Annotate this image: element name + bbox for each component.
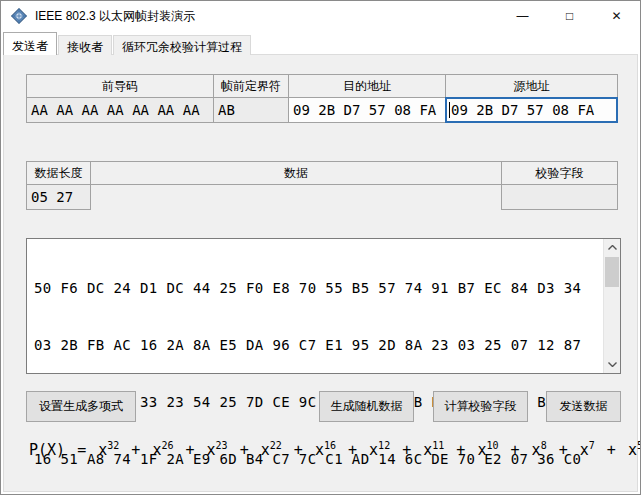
scroll-down-button[interactable] <box>604 356 620 373</box>
source-header: 源地址 <box>445 74 618 98</box>
sfd-header: 帧前定界符 <box>213 74 289 98</box>
frame-table-headers: 前导码 帧前定界符 目的地址 源地址 <box>26 74 618 98</box>
dest-address-field[interactable]: 09 2B D7 57 08 FA <box>288 97 446 123</box>
scroll-up-button[interactable] <box>604 239 620 256</box>
chevron-down-icon <box>608 362 617 367</box>
data-hex-area[interactable]: 50 F6 DC 24 D1 DC 44 25 F0 E8 70 55 B5 5… <box>26 238 621 374</box>
data-column-gap <box>90 184 502 210</box>
maximize-button[interactable]: □ <box>546 1 593 31</box>
tab-crc-process[interactable]: 循环冗余校验计算过程 <box>113 35 251 55</box>
hex-line: 03 2B FB AC 16 2A 8A E5 DA 96 C7 E1 95 2… <box>34 336 600 355</box>
titlebar: IEEE 802.3 以太网帧封装演示 — □ ✕ <box>1 1 640 31</box>
minimize-button[interactable]: — <box>499 1 546 31</box>
checksum-header: 校验字段 <box>501 161 618 185</box>
frame-table-values: AA AA AA AA AA AA AA AB 09 2B D7 57 08 F… <box>26 97 618 123</box>
destination-header: 目的地址 <box>288 74 446 98</box>
checksum-field <box>501 184 618 210</box>
close-button[interactable]: ✕ <box>593 1 640 31</box>
hex-line: 50 F6 DC 24 D1 DC 44 25 F0 E8 70 55 B5 5… <box>34 279 600 298</box>
generate-random-button[interactable]: 生成随机数据 <box>319 391 414 422</box>
data-length-field: 05 27 <box>26 184 91 210</box>
data-table-values: 05 27 <box>26 184 618 210</box>
send-data-button[interactable]: 发送数据 <box>546 391 621 422</box>
vertical-scrollbar[interactable] <box>603 239 620 373</box>
tab-receiver[interactable]: 接收者 <box>58 35 112 55</box>
chevron-up-icon <box>608 245 617 250</box>
data-header: 数据 <box>90 161 502 185</box>
app-icon <box>11 8 27 24</box>
text-caret <box>449 102 450 118</box>
tab-bar: 发送者 接收者 循环冗余校验计算过程 <box>3 32 252 55</box>
src-address-field[interactable]: 09 2B D7 57 08 FA <box>445 97 618 123</box>
src-address-value: 09 2B D7 57 08 FA <box>451 102 594 118</box>
calc-checksum-button[interactable]: 计算校验字段 <box>433 391 528 422</box>
window-title: IEEE 802.3 以太网帧封装演示 <box>35 8 195 25</box>
preamble-header: 前导码 <box>26 74 214 98</box>
tab-sender[interactable]: 发送者 <box>3 32 57 55</box>
app-window: IEEE 802.3 以太网帧封装演示 — □ ✕ 发送者 接收者 循环冗余校验… <box>0 0 641 495</box>
set-polynomial-button[interactable]: 设置生成多项式 <box>26 391 136 422</box>
preamble-field: AA AA AA AA AA AA AA <box>26 97 214 123</box>
caption-buttons: — □ ✕ <box>499 1 640 31</box>
data-length-header: 数据长度 <box>26 161 91 185</box>
scroll-thumb[interactable] <box>605 257 619 287</box>
data-table-headers: 数据长度 数据 校验字段 <box>26 161 618 185</box>
sfd-field: AB <box>213 97 289 123</box>
crc-polynomial: P(X) = x32 + x26 + x23 + x22 + x16 + x12… <box>29 440 641 459</box>
